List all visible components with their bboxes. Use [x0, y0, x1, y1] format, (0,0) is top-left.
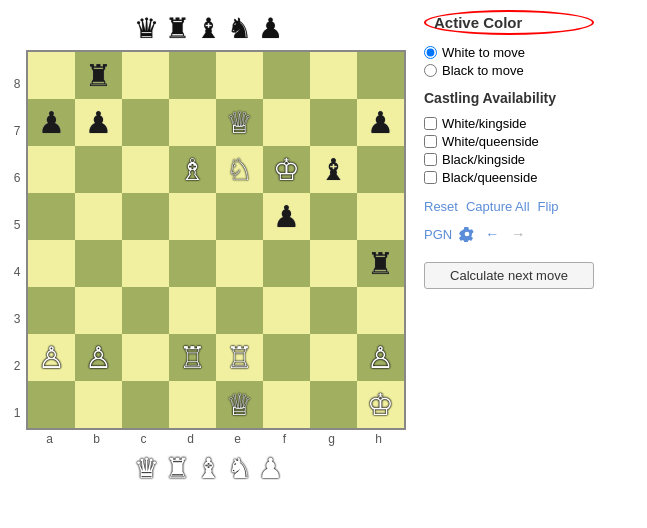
square-h4[interactable]: ♜ [357, 240, 404, 287]
tray-white-bishop[interactable]: ♝ [196, 452, 221, 485]
tray-white-pawn[interactable]: ♟ [258, 452, 283, 485]
square-b5[interactable] [75, 193, 122, 240]
square-c4[interactable] [122, 240, 169, 287]
square-d1[interactable] [169, 381, 216, 428]
square-a2[interactable]: ♙ [28, 334, 75, 381]
square-e8[interactable] [216, 52, 263, 99]
piece-wQ-e7[interactable]: ♕ [226, 108, 253, 138]
piece-wQ-e1[interactable]: ♕ [226, 390, 253, 420]
square-f6[interactable]: ♔ [263, 146, 310, 193]
checkbox-2[interactable] [424, 153, 437, 166]
radio-1[interactable] [424, 64, 437, 77]
square-c2[interactable] [122, 334, 169, 381]
back-arrow-icon[interactable]: ← [482, 224, 502, 244]
checkbox-1[interactable] [424, 135, 437, 148]
square-e1[interactable]: ♕ [216, 381, 263, 428]
square-e6[interactable]: ♘ [216, 146, 263, 193]
square-a1[interactable] [28, 381, 75, 428]
piece-wN-e6[interactable]: ♘ [226, 155, 253, 185]
radio-0[interactable] [424, 46, 437, 59]
piece-wR-d2[interactable]: ♖ [179, 343, 206, 373]
piece-wP-b2[interactable]: ♙ [85, 343, 112, 373]
square-c6[interactable] [122, 146, 169, 193]
square-e5[interactable] [216, 193, 263, 240]
forward-arrow-icon[interactable]: → [508, 224, 528, 244]
square-h1[interactable]: ♔ [357, 381, 404, 428]
tray-black-rook[interactable]: ♜ [165, 12, 190, 45]
radio-item-1[interactable]: Black to move [424, 63, 594, 78]
square-g1[interactable] [310, 381, 357, 428]
square-f4[interactable] [263, 240, 310, 287]
square-b3[interactable] [75, 287, 122, 334]
piece-bB-g6[interactable]: ♝ [320, 155, 347, 185]
tray-black-queen[interactable]: ♛ [134, 12, 159, 45]
square-b6[interactable] [75, 146, 122, 193]
square-e2[interactable]: ♖ [216, 334, 263, 381]
square-a7[interactable]: ♟ [28, 99, 75, 146]
tray-white-queen[interactable]: ♛ [134, 452, 159, 485]
pgn-link[interactable]: PGN [424, 227, 452, 242]
checkbox-item-0[interactable]: White/kingside [424, 116, 594, 131]
square-c5[interactable] [122, 193, 169, 240]
square-b7[interactable]: ♟ [75, 99, 122, 146]
calculate-next-move-button[interactable]: Calculate next move [424, 262, 594, 289]
square-g5[interactable] [310, 193, 357, 240]
square-b2[interactable]: ♙ [75, 334, 122, 381]
checkbox-item-2[interactable]: Black/kingside [424, 152, 594, 167]
piece-wB-d6[interactable]: ♗ [179, 155, 206, 185]
tray-black-pawn[interactable]: ♟ [258, 12, 283, 45]
square-g6[interactable]: ♝ [310, 146, 357, 193]
square-d7[interactable] [169, 99, 216, 146]
tray-white-rook[interactable]: ♜ [165, 452, 190, 485]
piece-wR-e2[interactable]: ♖ [226, 343, 253, 373]
checkbox-item-1[interactable]: White/queenside [424, 134, 594, 149]
piece-bR-b8[interactable]: ♜ [85, 61, 112, 91]
piece-bP-a7[interactable]: ♟ [38, 108, 65, 138]
action-link-flip[interactable]: Flip [538, 199, 559, 214]
tray-white-knight[interactable]: ♞ [227, 452, 252, 485]
square-a4[interactable] [28, 240, 75, 287]
square-g2[interactable] [310, 334, 357, 381]
square-h5[interactable] [357, 193, 404, 240]
checkbox-0[interactable] [424, 117, 437, 130]
piece-wP-h2[interactable]: ♙ [367, 343, 394, 373]
checkbox-item-3[interactable]: Black/queenside [424, 170, 594, 185]
chess-board[interactable]: ♜♟♟♕♟♗♘♔♝♟♜♙♙♖♖♙♕♔ [26, 50, 406, 430]
square-a8[interactable] [28, 52, 75, 99]
square-h2[interactable]: ♙ [357, 334, 404, 381]
square-d3[interactable] [169, 287, 216, 334]
square-f1[interactable] [263, 381, 310, 428]
square-g8[interactable] [310, 52, 357, 99]
square-e4[interactable] [216, 240, 263, 287]
checkbox-3[interactable] [424, 171, 437, 184]
square-d2[interactable]: ♖ [169, 334, 216, 381]
square-a6[interactable] [28, 146, 75, 193]
tray-black-knight[interactable]: ♞ [227, 12, 252, 45]
settings-icon[interactable] [458, 225, 476, 243]
piece-wK-h1[interactable]: ♔ [367, 390, 394, 420]
piece-wK-f6[interactable]: ♔ [273, 155, 300, 185]
square-g4[interactable] [310, 240, 357, 287]
square-b4[interactable] [75, 240, 122, 287]
square-h6[interactable] [357, 146, 404, 193]
square-g7[interactable] [310, 99, 357, 146]
square-c8[interactable] [122, 52, 169, 99]
square-d4[interactable] [169, 240, 216, 287]
square-e3[interactable] [216, 287, 263, 334]
piece-wP-a2[interactable]: ♙ [38, 343, 65, 373]
square-d6[interactable]: ♗ [169, 146, 216, 193]
square-d5[interactable] [169, 193, 216, 240]
square-g3[interactable] [310, 287, 357, 334]
square-b1[interactable] [75, 381, 122, 428]
square-a5[interactable] [28, 193, 75, 240]
square-f7[interactable] [263, 99, 310, 146]
piece-bP-b7[interactable]: ♟ [85, 108, 112, 138]
action-link-reset[interactable]: Reset [424, 199, 458, 214]
piece-bP-h7[interactable]: ♟ [367, 108, 394, 138]
square-e7[interactable]: ♕ [216, 99, 263, 146]
square-c1[interactable] [122, 381, 169, 428]
square-f5[interactable]: ♟ [263, 193, 310, 240]
square-a3[interactable] [28, 287, 75, 334]
square-f2[interactable] [263, 334, 310, 381]
piece-bR-h4[interactable]: ♜ [367, 249, 394, 279]
